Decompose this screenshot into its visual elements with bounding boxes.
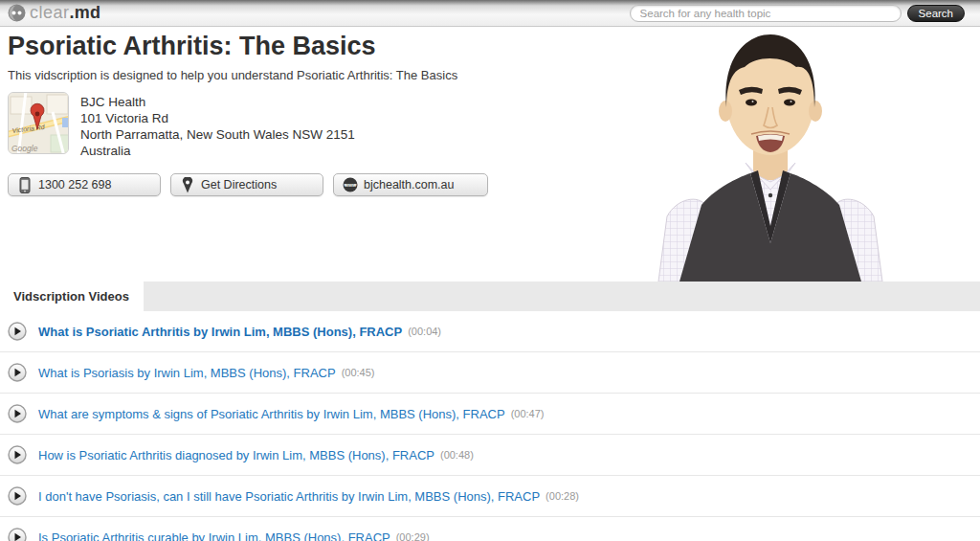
phone-icon [17, 177, 33, 193]
video-row[interactable]: Is Psoriatic Arthritis curable by Irwin … [0, 517, 980, 541]
video-row[interactable]: What are symptoms & signs of Psoriatic A… [0, 394, 980, 435]
video-duration: (00:47) [511, 408, 545, 419]
website-label: bjchealth.com.au [364, 178, 455, 192]
header: clear.md Search [0, 0, 980, 27]
video-row[interactable]: What is Psoriasis by Irwin Lim, MBBS (Ho… [0, 352, 980, 394]
video-title: What is Psoriatic Arthritis by Irwin Lim… [38, 325, 402, 339]
video-row[interactable]: What is Psoriatic Arthritis by Irwin Lim… [0, 311, 980, 352]
video-title: I don't have Psoriasis, can I still have… [38, 489, 540, 504]
map-pin-icon [180, 177, 195, 193]
clinic-address: BJC Health 101 Victoria Rd North Parrama… [80, 94, 355, 159]
clearmd-logo[interactable]: clear.md [8, 3, 100, 23]
directions-label: Get Directions [201, 178, 277, 192]
video-duration: (00:45) [342, 367, 375, 378]
video-title: How is Psoriatic Arthritis diagnosed by … [38, 448, 434, 462]
play-icon[interactable] [8, 404, 27, 423]
map-image: Victoria Rd Google [9, 93, 69, 154]
tab-bar: Vidscription Videos [0, 282, 980, 311]
video-title: Is Psoriatic Arthritis curable by Irwin … [38, 530, 390, 541]
page-title: Psoriatic Arthritis: The Basics [8, 32, 376, 61]
clinic-street: 101 Victoria Rd [80, 110, 355, 126]
clearmd-logo-icon [8, 4, 26, 22]
clinic-country: Australia [80, 143, 355, 159]
video-duration: (00:28) [546, 490, 579, 502]
presenter-video-frame [536, 27, 980, 282]
video-row[interactable]: I don't have Psoriasis, can I still have… [0, 476, 980, 517]
video-title: What is Psoriasis by Irwin Lim, MBBS (Ho… [38, 366, 336, 380]
phone-label: 1300 252 698 [38, 178, 111, 192]
video-list: What is Psoriatic Arthritis by Irwin Lim… [0, 311, 980, 541]
play-icon[interactable] [8, 322, 27, 341]
play-icon[interactable] [8, 363, 27, 382]
search-input[interactable] [630, 5, 902, 22]
play-icon[interactable] [8, 486, 27, 506]
video-duration: (00:29) [396, 531, 430, 541]
directions-button[interactable]: Get Directions [170, 173, 323, 196]
map-watermark: Google [11, 144, 38, 153]
video-player[interactable] [536, 27, 980, 282]
tab-label: Vidscription Videos [13, 289, 129, 304]
clinic-actions: 1300 252 698 Get Directions www bjchealt… [8, 173, 498, 196]
video-duration: (00:04) [408, 326, 441, 337]
logo-text-dark: .md [70, 3, 101, 23]
play-icon[interactable] [8, 445, 27, 464]
clinic-name: BJC Health [80, 94, 355, 110]
phone-button[interactable]: 1300 252 698 [8, 173, 161, 196]
logo-text-light: clear [30, 3, 70, 23]
video-duration: (00:48) [440, 449, 474, 461]
www-globe-icon: www [343, 177, 358, 192]
page-subtitle: This vidscription is designed to help yo… [8, 68, 457, 82]
map-thumbnail[interactable]: Victoria Rd Google [8, 92, 69, 154]
clinic-city: North Parramatta, New South Wales NSW 21… [80, 126, 355, 143]
search-button[interactable]: Search [907, 5, 965, 22]
video-title: What are symptoms & signs of Psoriatic A… [38, 407, 505, 421]
tab-vidscription-videos[interactable]: Vidscription Videos [0, 282, 144, 311]
play-icon[interactable] [8, 528, 27, 541]
video-row[interactable]: How is Psoriatic Arthritis diagnosed by … [0, 435, 980, 476]
website-button[interactable]: www bjchealth.com.au [333, 173, 488, 196]
